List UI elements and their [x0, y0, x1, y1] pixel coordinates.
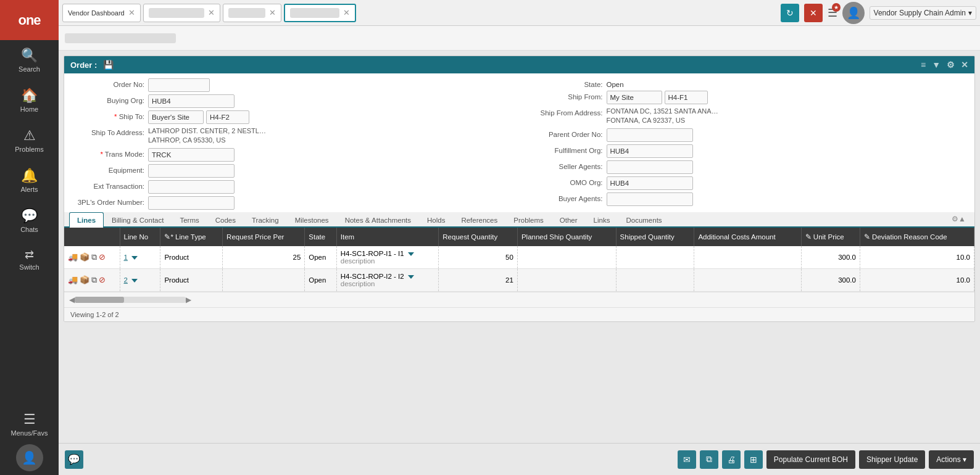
tab-holds[interactable]: Holds — [419, 212, 453, 228]
sidebar-item-alerts[interactable]: 🔔 Alerts — [0, 160, 59, 200]
col-line-no[interactable]: Line No — [120, 228, 160, 246]
user-avatar[interactable]: 👤 — [842, 2, 865, 24]
sidebar-user-avatar[interactable]: 👤 — [16, 444, 43, 471]
chat-btn[interactable]: 💬 — [65, 450, 83, 469]
seller-agents-input[interactable] — [607, 160, 693, 174]
sidebar-item-switch[interactable]: ⇄ Switch — [0, 241, 59, 278]
col-request-qty[interactable]: Request Quantity — [439, 228, 518, 246]
order-close-icon[interactable]: ✕ — [961, 60, 968, 70]
tab-3-close[interactable]: ✕ — [269, 8, 276, 17]
row-1-copy-icon[interactable]: ⧉ — [91, 252, 97, 262]
trans-mode-input[interactable] — [148, 148, 235, 162]
lines-table: Line No ✎* Line Type Request Price Per S… — [64, 228, 974, 292]
app-logo[interactable]: one — [0, 0, 59, 40]
row-1-line-no[interactable]: 1 — [120, 246, 160, 269]
fulfillment-org-input[interactable] — [607, 144, 693, 158]
col-deviation[interactable]: ✎ Deviation Reason Code — [860, 228, 974, 246]
tab-vendor-dashboard[interactable]: Vendor Dashboard ✕ — [62, 4, 141, 22]
refresh-button[interactable]: ↻ — [781, 4, 799, 22]
buying-org-input[interactable] — [148, 94, 235, 108]
tab-billing[interactable]: Billing & Contact — [104, 212, 172, 228]
tab-other[interactable]: Other — [552, 212, 586, 228]
horizontal-scrollbar[interactable] — [75, 297, 186, 303]
lines-table-container[interactable]: Line No ✎* Line Type Request Price Per S… — [64, 228, 974, 292]
row-2-line-no[interactable]: 2 — [120, 268, 160, 291]
ship-to-code-input[interactable] — [206, 110, 249, 124]
tabs-bar: Lines Billing & Contact Terms Codes Trac… — [64, 212, 974, 228]
col-shipped-qty[interactable]: Shipped Quantity — [616, 228, 694, 246]
tab-references[interactable]: References — [453, 212, 505, 228]
tab-tracking[interactable]: Tracking — [244, 212, 287, 228]
col-state[interactable]: State — [305, 228, 337, 246]
tab-lines[interactable]: Lines — [69, 212, 104, 228]
print-btn[interactable]: 🖨 — [722, 450, 741, 469]
ship-to-site-input[interactable] — [148, 110, 204, 124]
omo-org-input[interactable] — [607, 176, 693, 190]
left-arrow[interactable]: ◀ — [69, 295, 75, 304]
tab-vendor-close[interactable]: ✕ — [128, 8, 135, 17]
tab-notes[interactable]: Notes & Attachments — [337, 212, 419, 228]
ext-transaction-input[interactable] — [148, 180, 235, 194]
user-role-dropdown[interactable]: Vendor Supply Chain Admin ▾ — [870, 6, 976, 20]
switch-icon: ⇄ — [25, 248, 34, 262]
ship-from-address-label: Ship From Address: — [529, 107, 603, 117]
sidebar-item-chats[interactable]: 💬 Chats — [0, 200, 59, 241]
col-line-type[interactable]: ✎* Line Type — [160, 228, 223, 246]
col-additional-costs[interactable]: Additional Costs Amount — [694, 228, 801, 246]
tab-4-close[interactable]: ✕ — [343, 8, 350, 17]
row-1-shipped-qty — [616, 246, 694, 269]
tab-settings-button[interactable]: ⚙▲ — [948, 212, 970, 226]
row-2-line-no-link[interactable]: 2 — [124, 276, 128, 284]
col-request-price[interactable]: Request Price Per — [223, 228, 305, 246]
col-planned-ship-qty[interactable]: Planned Ship Quantity — [517, 228, 616, 246]
row-1-box-icon[interactable]: 📦 — [80, 252, 89, 262]
tab-2-close[interactable]: ✕ — [208, 8, 215, 17]
row-2-delete-icon[interactable]: ⊘ — [99, 275, 106, 284]
order-no-input[interactable] — [148, 78, 210, 92]
calc-btn[interactable]: ⊞ — [744, 450, 763, 469]
row-1-delete-icon[interactable]: ⊘ — [99, 252, 106, 262]
sidebar-label-switch: Switch — [19, 263, 39, 271]
copy-btn[interactable]: ⧉ — [700, 450, 718, 469]
ship-from-site-input[interactable] — [607, 91, 662, 104]
email-btn[interactable]: ✉ — [678, 450, 696, 469]
row-1-line-no-link[interactable]: 1 — [124, 254, 128, 261]
ship-to-address-label: Ship To Address: — [70, 126, 144, 136]
ship-from-code-input[interactable] — [665, 91, 708, 104]
equipment-input[interactable] — [148, 164, 235, 178]
row-2-box-icon[interactable]: 📦 — [80, 275, 89, 284]
sidebar-item-menus[interactable]: ☰ Menus/Favs — [0, 404, 59, 444]
tab-codes[interactable]: Codes — [207, 212, 244, 228]
3pl-input[interactable] — [148, 196, 235, 210]
shipper-update-button[interactable]: Shipper Update — [859, 450, 925, 469]
sidebar-item-home[interactable]: 🏠 Home — [0, 80, 59, 120]
tab-2[interactable]: ✕ — [143, 4, 220, 22]
order-save-icon[interactable]: 💾 — [103, 60, 114, 70]
right-arrow[interactable]: ▶ — [186, 295, 191, 304]
tab-terms[interactable]: Terms — [172, 212, 207, 228]
row-2-copy-icon[interactable]: ⧉ — [91, 275, 97, 285]
tab-links[interactable]: Links — [586, 212, 618, 228]
row-2-truck-icon[interactable]: 🚚 — [68, 275, 78, 284]
tab-documents[interactable]: Documents — [618, 212, 670, 228]
order-menu-icon[interactable]: ≡ — [921, 60, 926, 70]
col-item[interactable]: Item — [336, 228, 438, 246]
notification-bell[interactable]: ☰ ★ — [828, 6, 837, 20]
order-settings-icon[interactable]: ⚙ — [947, 60, 955, 70]
tab-milestones[interactable]: Milestones — [287, 212, 337, 228]
row-1-truck-icon[interactable]: 🚚 — [68, 252, 78, 262]
tab-4[interactable]: ✕ — [284, 4, 356, 22]
sidebar-item-problems[interactable]: ⚠ Problems — [0, 120, 59, 160]
form-row-ship-to-address: Ship To Address: LATHROP DIST. CENTER, 2… — [70, 126, 510, 146]
order-collapse-icon[interactable]: ▼ — [932, 60, 941, 70]
buyer-agents-input[interactable] — [607, 192, 693, 206]
populate-boh-button[interactable]: Populate Current BOH — [766, 450, 855, 469]
parent-order-input[interactable] — [607, 128, 693, 142]
col-unit-price[interactable]: ✎ Unit Price — [801, 228, 860, 246]
col-request-qty-label: Request Quantity — [442, 233, 497, 241]
tab-3[interactable]: ✕ — [223, 4, 281, 22]
sidebar-item-search[interactable]: 🔍 Search — [0, 40, 59, 80]
tab-problems[interactable]: Problems — [505, 212, 552, 228]
actions-button[interactable]: Actions ▾ — [929, 450, 974, 469]
close-button[interactable]: ✕ — [804, 4, 823, 22]
